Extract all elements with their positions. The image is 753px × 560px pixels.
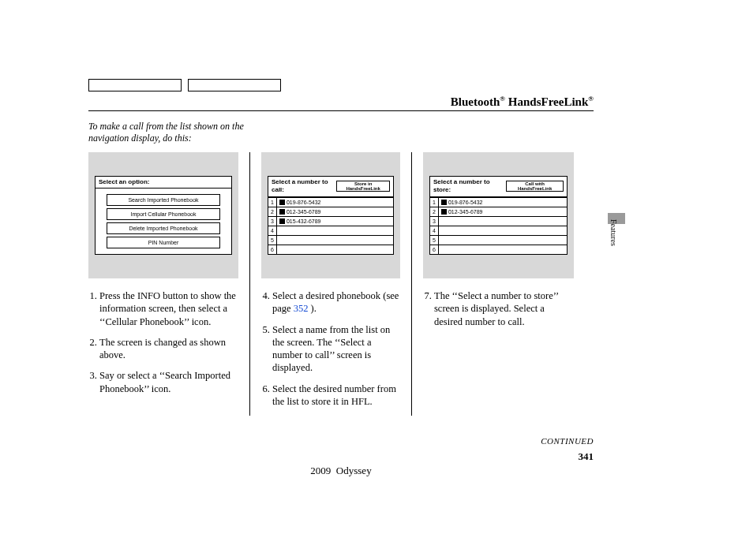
table-row: 3015-432-6789	[268, 216, 393, 226]
step-1: Press the INFO button to show the inform…	[99, 289, 238, 328]
phone-number: 019-876-5432	[448, 200, 483, 205]
content-columns: Select an option: Search Imported Phoneb…	[88, 152, 594, 416]
phone-number: 012-345-6789	[448, 209, 483, 215]
phone-icon	[279, 200, 285, 205]
store-list-dialog: Select a number to store: Call with Hand…	[429, 176, 568, 255]
title-rule: Bluetooth® HandsFreeLink®	[88, 95, 594, 111]
options-dialog: Select an option: Search Imported Phoneb…	[95, 176, 232, 256]
page-number: 341	[579, 450, 594, 463]
phone-number: 015-432-6789	[287, 218, 321, 224]
call-list-dialog: Select a number to call: Store in HandsF…	[268, 176, 394, 255]
table-row: 1019-876-5432	[430, 197, 567, 207]
phone-icon	[441, 209, 447, 215]
dialog-header: Select a number to call: Store in HandsF…	[268, 177, 393, 197]
table-row: 3	[430, 216, 567, 226]
steps-list-3: The ‘‘Select a number to store’’ screen …	[423, 289, 574, 328]
footer-model-year: 2009 Odyssey	[88, 465, 594, 477]
manual-page: Bluetooth® HandsFreeLink® To make a call…	[88, 79, 594, 416]
option-search-imported: Search Imported Phonebook	[107, 194, 220, 206]
table-row: 5	[268, 235, 393, 245]
dialog-title: Select an option:	[99, 178, 149, 186]
call-badge: Call with HandsFreeLink	[506, 181, 564, 192]
table-row: 4	[268, 226, 393, 235]
table-row: 2012-345-6789	[430, 207, 567, 216]
table-row: 6	[268, 245, 393, 255]
option-delete-imported: Delete Imported Phonebook	[107, 222, 220, 234]
phone-number: 012-345-6789	[287, 209, 321, 215]
continued-label: CONTINUED	[541, 436, 594, 446]
option-button-list: Search Imported Phonebook Import Cellula…	[96, 189, 231, 254]
phone-number: 019-876-5432	[287, 200, 321, 205]
phone-icon	[279, 218, 285, 224]
placeholder-box	[188, 79, 281, 91]
nav-screenshot-options: Select an option: Search Imported Phoneb…	[88, 152, 238, 278]
page-title: Bluetooth® HandsFreeLink®	[88, 95, 594, 109]
column-2: Select a number to call: Store in HandsF…	[250, 152, 412, 416]
dialog-title: Select a number to store:	[433, 178, 506, 195]
option-pin-number: PIN Number	[107, 237, 220, 248]
table-row: 4	[430, 226, 567, 235]
section-label: Features	[609, 219, 618, 246]
option-import-cellular: Import Cellular Phonebook	[107, 208, 220, 220]
step-6: Select the desired number from the list …	[272, 383, 400, 409]
store-badge: Store in HandsFreeLink	[336, 181, 390, 192]
step-4: Select a desired phonebook (see page 352…	[272, 289, 400, 315]
dialog-header: Select an option:	[96, 177, 231, 189]
number-list-table: 1019-876-5432 2012-345-6789 3 4 5 6	[430, 197, 567, 255]
step-7: The ‘‘Select a number to store’’ screen …	[434, 289, 574, 328]
table-row: 6	[430, 245, 567, 255]
step-5: Select a name from the list on the scree…	[272, 323, 400, 375]
dialog-header: Select a number to store: Call with Hand…	[430, 177, 567, 197]
column-1: Select an option: Search Imported Phoneb…	[88, 152, 250, 416]
table-row: 1019-876-5432	[268, 197, 393, 207]
table-row: 2012-345-6789	[268, 207, 393, 216]
dialog-title: Select a number to call:	[272, 178, 336, 195]
steps-list-2: Select a desired phonebook (see page 352…	[261, 289, 400, 408]
column-3: Select a number to store: Call with Hand…	[412, 152, 574, 416]
page-ref-link[interactable]: 352	[294, 303, 309, 314]
table-row: 5	[430, 235, 567, 245]
phone-icon	[441, 200, 447, 205]
steps-list-1: Press the INFO button to show the inform…	[88, 289, 238, 395]
placeholder-box	[88, 79, 182, 91]
step-2: The screen is changed as shown above.	[99, 336, 238, 362]
header-placeholder-boxes	[88, 79, 594, 91]
nav-screenshot-call-list: Select a number to call: Store in HandsF…	[261, 152, 400, 278]
step-3: Say or select a ‘‘Search Imported Phoneb…	[99, 369, 238, 395]
nav-screenshot-store-list: Select a number to store: Call with Hand…	[423, 152, 574, 278]
number-list-table: 1019-876-5432 2012-345-6789 3015-432-678…	[268, 197, 393, 255]
intro-text: To make a call from the list shown on th…	[88, 121, 246, 144]
phone-icon	[279, 209, 285, 215]
